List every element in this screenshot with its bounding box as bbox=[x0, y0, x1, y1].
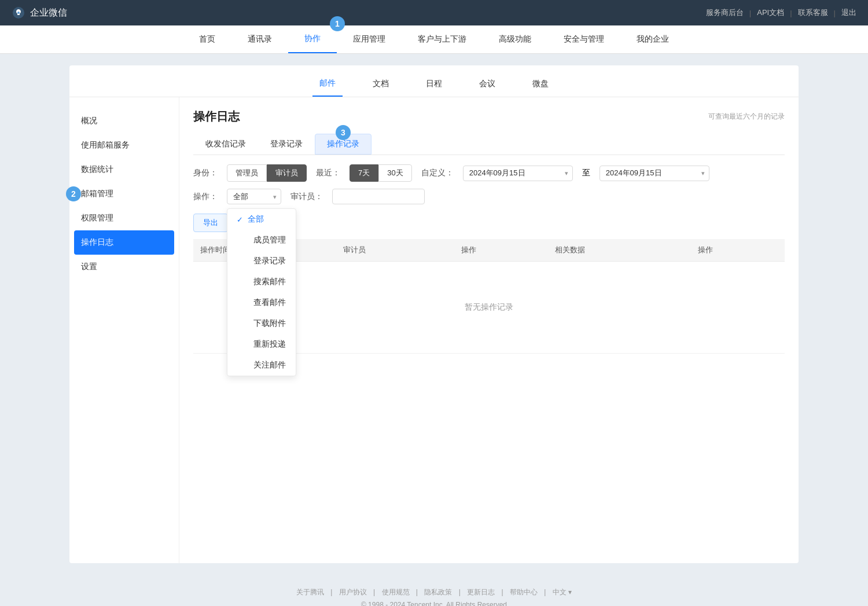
footer-privacy[interactable]: 隐私政策 bbox=[424, 588, 452, 596]
footer-links: 关于腾讯 | 用户协议 | 使用规范 | 隐私政策 | 更新日志 | 帮助中心 … bbox=[12, 586, 856, 599]
sidebar-mail-service[interactable]: 使用邮箱服务 bbox=[69, 133, 179, 157]
record-tab-send[interactable]: 收发信记录 bbox=[193, 134, 258, 155]
link-contact[interactable]: 联系客服 bbox=[798, 8, 828, 18]
dropdown-item-login[interactable]: 登录记录 bbox=[227, 251, 296, 271]
content-wrapper: 邮件 文档 日程 会议 微盘 概况 使用邮箱服务 数据统计 2 邮箱管理 权限管… bbox=[69, 65, 799, 563]
sidebar-overview[interactable]: 概况 bbox=[69, 109, 179, 133]
dropdown-item-follow-mail[interactable]: 关注邮件 bbox=[227, 355, 296, 376]
bubble-3: 3 bbox=[336, 125, 351, 140]
nav-security[interactable]: 安全与管理 bbox=[547, 26, 620, 53]
page-hint: 可查询最近六个月的记录 bbox=[708, 112, 785, 122]
sidebar-stats[interactable]: 数据统计 bbox=[69, 157, 179, 182]
tab-drive[interactable]: 微盘 bbox=[525, 74, 556, 96]
footer-changelog[interactable]: 更新日志 bbox=[467, 588, 495, 596]
dropdown-item-resend[interactable]: 重新投递 bbox=[227, 334, 296, 355]
bubble-1: 1 bbox=[330, 16, 345, 31]
identity-auditor[interactable]: 审计员 bbox=[267, 164, 307, 182]
col-related-data: 相关数据 bbox=[548, 239, 691, 262]
nav-home[interactable]: 首页 bbox=[183, 26, 231, 53]
logo-text: 企业微信 bbox=[30, 7, 67, 19]
custom-label: 自定义： bbox=[421, 168, 454, 178]
logo: 企业微信 bbox=[12, 6, 67, 20]
record-tab-login[interactable]: 登录记录 bbox=[258, 134, 315, 155]
col-operation: 操作 bbox=[454, 239, 548, 262]
main-nav: 首页 通讯录 1 协作 应用管理 客户与上下游 高级功能 安全与管理 我的企业 bbox=[0, 25, 868, 54]
sidebar-permission-mgmt[interactable]: 权限管理 bbox=[69, 206, 179, 230]
identity-label: 身份： bbox=[193, 168, 218, 178]
export-button[interactable]: 导出 bbox=[193, 214, 228, 232]
bubble-2: 2 bbox=[66, 186, 81, 201]
nav-advanced[interactable]: 高级功能 bbox=[483, 26, 547, 53]
page-header: 操作日志 可查询最近六个月的记录 bbox=[193, 109, 785, 124]
svg-point-1 bbox=[17, 12, 20, 14]
col-auditor: 审计员 bbox=[336, 239, 454, 262]
top-bar-links: 服务商后台 | API文档 | 联系客服 | 退出 bbox=[706, 8, 856, 18]
recent-7days[interactable]: 7天 bbox=[350, 164, 378, 182]
identity-admin[interactable]: 管理员 bbox=[227, 164, 267, 182]
page-title: 操作日志 bbox=[193, 109, 240, 124]
footer-terms[interactable]: 使用规范 bbox=[382, 588, 410, 596]
footer-user-agreement[interactable]: 用户协议 bbox=[339, 588, 367, 596]
nav-contacts[interactable]: 通讯录 bbox=[231, 26, 288, 53]
recent-btn-group: 7天 30天 bbox=[350, 164, 412, 182]
footer-about[interactable]: 关于腾讯 bbox=[296, 588, 324, 596]
dropdown-item-view-mail[interactable]: 查看邮件 bbox=[227, 292, 296, 313]
sidebar: 概况 使用邮箱服务 数据统计 2 邮箱管理 权限管理 操作日志 设置 bbox=[69, 97, 179, 563]
filter-row-2: 操作： 全部 成员管理 登录记录 搜索邮件 查看邮件 下载附件 重新投递 关注邮… bbox=[193, 189, 785, 204]
sidebar-mailbox-mgmt[interactable]: 邮箱管理 bbox=[74, 182, 174, 206]
main-layout: 概况 使用邮箱服务 数据统计 2 邮箱管理 权限管理 操作日志 设置 操作日志 … bbox=[69, 97, 799, 563]
link-api[interactable]: API文档 bbox=[757, 8, 784, 18]
nav-enterprise[interactable]: 我的企业 bbox=[620, 26, 685, 53]
dropdown-item-all[interactable]: ✓ 全部 bbox=[227, 209, 296, 230]
operation-select-wrapper: 全部 成员管理 登录记录 搜索邮件 查看邮件 下载附件 重新投递 关注邮件 bbox=[227, 189, 281, 204]
operation-dropdown: ✓ 全部 成员管理 登录记录 搜索邮件 bbox=[227, 208, 296, 376]
record-tabs: 收发信记录 登录记录 3 操作记录 bbox=[193, 134, 785, 155]
date-from-input[interactable] bbox=[463, 166, 573, 181]
date-to-wrapper bbox=[599, 166, 709, 181]
record-tab-operation[interactable]: 3 操作记录 bbox=[315, 134, 372, 155]
recent-label: 最近： bbox=[316, 168, 340, 178]
date-to-input[interactable] bbox=[599, 166, 709, 181]
auditor-label: 审计员： bbox=[290, 192, 323, 202]
top-bar: 企业微信 服务商后台 | API文档 | 联系客服 | 退出 bbox=[0, 0, 868, 25]
sidebar-operation-log[interactable]: 操作日志 bbox=[74, 230, 174, 255]
footer-copyright: © 1998 - 2024 Tencent Inc. All Rights Re… bbox=[12, 599, 856, 606]
col-action: 操作 bbox=[691, 239, 785, 262]
sub-tab-bar: 邮件 文档 日程 会议 微盘 bbox=[69, 65, 799, 97]
sidebar-settings[interactable]: 设置 bbox=[69, 255, 179, 279]
dropdown-item-search-mail[interactable]: 搜索邮件 bbox=[227, 271, 296, 292]
nav-collaboration[interactable]: 1 协作 bbox=[288, 25, 337, 53]
footer-help[interactable]: 帮助中心 bbox=[510, 588, 538, 596]
link-service[interactable]: 服务商后台 bbox=[706, 8, 744, 18]
auditor-input[interactable] bbox=[332, 189, 425, 204]
footer-lang[interactable]: 中文 ▾ bbox=[553, 588, 572, 596]
tab-schedule[interactable]: 日程 bbox=[419, 74, 449, 96]
date-from-wrapper bbox=[463, 166, 573, 181]
recent-30days[interactable]: 30天 bbox=[378, 164, 411, 182]
nav-customer[interactable]: 客户与上下游 bbox=[402, 26, 483, 53]
check-icon: ✓ bbox=[237, 215, 243, 224]
operation-select[interactable]: 全部 成员管理 登录记录 搜索邮件 查看邮件 下载附件 重新投递 关注邮件 bbox=[227, 189, 281, 204]
tab-mail[interactable]: 邮件 bbox=[312, 74, 343, 97]
right-content: 操作日志 可查询最近六个月的记录 收发信记录 登录记录 3 操作记录 身份： 管… bbox=[179, 97, 799, 563]
dropdown-item-member[interactable]: 成员管理 bbox=[227, 230, 296, 251]
filter-row-1: 身份： 管理员 审计员 最近： 7天 30天 自定义： 至 bbox=[193, 164, 785, 182]
tab-docs[interactable]: 文档 bbox=[366, 74, 396, 96]
identity-btn-group: 管理员 审计员 bbox=[227, 164, 307, 182]
dropdown-item-download[interactable]: 下载附件 bbox=[227, 313, 296, 334]
footer: 关于腾讯 | 用户协议 | 使用规范 | 隐私政策 | 更新日志 | 帮助中心 … bbox=[0, 575, 868, 606]
operation-label: 操作： bbox=[193, 192, 218, 202]
tab-meeting[interactable]: 会议 bbox=[472, 74, 502, 96]
nav-app-mgmt[interactable]: 应用管理 bbox=[337, 26, 402, 53]
link-logout[interactable]: 退出 bbox=[841, 8, 856, 18]
